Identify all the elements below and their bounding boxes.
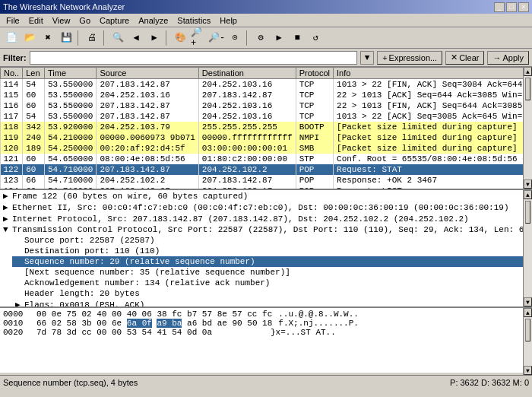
zoom-out-button[interactable]: 🔎- [208, 30, 225, 46]
table-row[interactable]: 118 342 53.920000 204.252.103.79 255.255… [1, 122, 524, 132]
table-row[interactable]: 124 60 54.710000 207.183.142.87 204.252.… [1, 186, 524, 189]
table-row[interactable]: 120 189 54.250000 00:20:af:92:d4:5f 03:0… [1, 143, 524, 154]
details-scroll-track[interactable] [524, 199, 532, 297]
table-row[interactable]: 121 60 54.650000 08:00:4e:08:5d:56 01:80… [1, 154, 524, 164]
cell-time: 53.920000 [45, 122, 97, 132]
print-button[interactable]: 🖨 [84, 30, 100, 46]
detail-item[interactable]: Source port: 22587 (22587) [12, 235, 523, 246]
table-row[interactable]: 119 240 54.210000 00000.0060973 9b071 00… [1, 132, 524, 143]
apply-button[interactable]: → Apply [487, 51, 529, 65]
cell-no: 123 [1, 175, 23, 186]
hex-scroll-down[interactable]: ▼ [524, 366, 532, 375]
detail-item[interactable]: [Next sequence number: 35 (relative sequ… [12, 267, 523, 278]
cell-protocol: BOOTP [296, 122, 333, 132]
detail-item[interactable]: ▶Ethernet II, Src: 00:c0:4f:c7:eb:c0 (00… [0, 202, 523, 213]
colorize-button[interactable]: 🎨 [172, 30, 188, 46]
table-row[interactable]: 116 60 53.550000 207.183.142.87 204.252.… [1, 100, 524, 111]
packet-table-body: 114 54 53.550000 207.183.142.87 204.252.… [1, 79, 524, 189]
cell-len: 60 [23, 154, 45, 164]
packet-list-scrollbar[interactable]: ▲ ▼ [523, 67, 532, 189]
details-scrollbar[interactable]: ▲ ▼ [523, 190, 532, 306]
cell-destination: 204.252.102.2 [198, 164, 296, 175]
expression-button[interactable]: + Expression... [377, 51, 442, 65]
menu-help[interactable]: Help [215, 14, 242, 27]
detail-item[interactable]: ▶Internet Protocol, Src: 207.183.142.87 … [0, 213, 523, 224]
scroll-up-arrow[interactable]: ▲ [524, 67, 532, 76]
menu-file[interactable]: File [2, 14, 24, 27]
table-row[interactable]: 123 66 54.710000 204.252.102.2 207.183.1… [1, 175, 524, 186]
details-scroll-thumb[interactable] [525, 201, 530, 224]
menu-capture[interactable]: Capture [95, 14, 134, 27]
detail-item[interactable]: Acknowledgement number: 134 (relative ac… [12, 278, 523, 288]
details-scroll-up[interactable]: ▲ [524, 190, 532, 199]
filter-dropdown[interactable]: ▼ [360, 51, 374, 65]
hex-scroll-up[interactable]: ▲ [524, 308, 532, 317]
cell-no: 116 [1, 100, 23, 111]
prev-button[interactable]: ◀ [128, 30, 144, 46]
reset-zoom-button[interactable]: ⊙ [226, 30, 243, 46]
detail-item[interactable]: Destination port: 110 (110) [12, 246, 523, 256]
maximize-button[interactable]: □ [506, 2, 517, 12]
cell-time: 53.550000 [45, 111, 97, 122]
col-header-info[interactable]: Info [334, 68, 523, 79]
detail-item[interactable]: Header length: 20 bytes [12, 288, 523, 299]
save-button[interactable]: 💾 [58, 30, 74, 46]
menu-statistics[interactable]: Statistics [173, 14, 215, 27]
new-button[interactable]: 📄 [3, 30, 20, 46]
cell-time: 54.650000 [45, 154, 97, 164]
table-row[interactable]: 117 54 53.550000 207.183.142.87 204.252.… [1, 111, 524, 122]
table-row[interactable]: 122 60 54.710000 207.183.142.87 204.252.… [1, 164, 524, 175]
col-header-destination[interactable]: Destination [198, 68, 296, 79]
expression-icon: + [382, 53, 387, 62]
zoom-in-button[interactable]: 🔎+ [190, 30, 207, 46]
scroll-thumb[interactable] [525, 78, 530, 100]
hex-offset: 0010 [3, 319, 30, 328]
menu-analyze[interactable]: Analyze [134, 14, 173, 27]
detail-item[interactable]: Sequence number: 29 (relative sequence n… [12, 256, 523, 267]
cell-info: Request: LIST [334, 186, 523, 189]
packet-details[interactable]: ▶Frame 122 (60 bytes on wire, 60 bytes c… [0, 190, 523, 308]
hex-scrollbar[interactable]: ▲ ▼ [523, 308, 532, 375]
clear-button[interactable]: ✕ Clear [445, 51, 484, 65]
filter-input[interactable] [30, 51, 358, 65]
hex-scroll-thumb[interactable] [525, 319, 530, 341]
minimize-button[interactable]: _ [494, 2, 505, 12]
menu-go[interactable]: Go [74, 14, 95, 27]
start-capture-button[interactable]: ▶ [271, 30, 287, 46]
detail-text: Internet Protocol, Src: 207.183.142.87 (… [12, 214, 469, 224]
cell-no: 118 [1, 122, 23, 132]
cell-len: 189 [23, 143, 45, 154]
close-capture-button[interactable]: ✖ [40, 30, 56, 46]
menu-view[interactable]: View [48, 14, 75, 27]
detail-item[interactable]: ▶Frame 122 (60 bytes on wire, 60 bytes c… [0, 190, 523, 202]
next-button[interactable]: ▶ [146, 30, 163, 46]
toolbar-sep1 [78, 30, 81, 46]
detail-item[interactable]: ▶Flags: 0x0018 (PSH, ACK) [12, 299, 523, 308]
title-bar-buttons[interactable]: _ □ × [494, 2, 529, 12]
capture-options-button[interactable]: ⚙ [252, 30, 269, 46]
col-header-time[interactable]: Time [45, 68, 97, 79]
open-button[interactable]: 📂 [21, 30, 38, 46]
restart-button[interactable]: ↺ [307, 30, 324, 46]
col-header-len[interactable]: Len [23, 68, 45, 79]
close-button[interactable]: × [518, 2, 529, 12]
table-row[interactable]: 114 54 53.550000 207.183.142.87 204.252.… [1, 79, 524, 91]
col-header-no[interactable]: No.. [1, 68, 23, 79]
cell-len: 60 [23, 186, 45, 189]
packet-list-scroll-content: No.. Len Time Source Destination Protoco… [0, 67, 523, 189]
col-header-protocol[interactable]: Protocol [296, 68, 333, 79]
table-row[interactable]: 115 60 53.550000 204.252.103.16 207.183.… [1, 90, 524, 100]
cell-time: 54.710000 [45, 175, 97, 186]
detail-item[interactable]: ▼Transmission Control Protocol, Src Port… [0, 224, 523, 235]
scroll-track[interactable] [524, 76, 532, 179]
scroll-down-arrow[interactable]: ▼ [524, 179, 532, 189]
hex-scroll-track[interactable] [524, 317, 532, 366]
find-button[interactable]: 🔍 [109, 30, 126, 46]
menu-edit[interactable]: Edit [24, 14, 48, 27]
details-scroll-down[interactable]: ▼ [524, 297, 532, 306]
hex-bytes: 00 0e 75 02 40 00 40 06 38 fc b7 57 8e 5… [36, 310, 272, 319]
col-header-source[interactable]: Source [97, 68, 198, 79]
status-left: Sequence number (tcp.seq), 4 bytes [3, 378, 444, 387]
cell-info: Conf. Root = 65535/08:00:4e:08:5d:56 Cos… [334, 154, 523, 164]
stop-capture-button[interactable]: ■ [289, 30, 306, 46]
